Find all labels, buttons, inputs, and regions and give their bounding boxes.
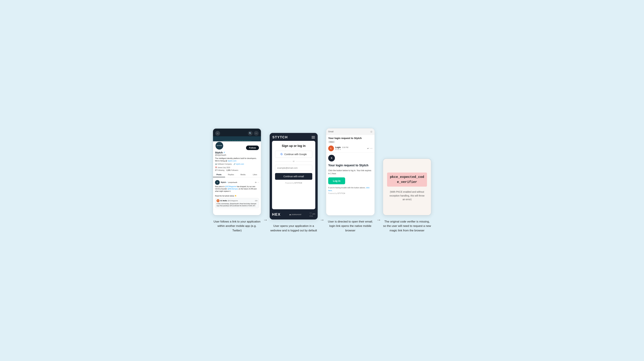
caption-4: The original code verifier is missing, s…	[383, 220, 431, 233]
card2-with-caption: STYTCH Sign up or log in G Continue with…	[269, 133, 318, 233]
email-inbox-badge: Inbox	[326, 140, 374, 144]
twitter-post-author: Stytch ✓ @stytchauth	[221, 182, 237, 183]
twitter-bio: The intelligent identity platform built …	[215, 157, 259, 162]
card1-with-caption: ← 🔍 ⋯ STYTCH Foll	[213, 128, 261, 233]
twitter-phone-frame: ← 🔍 ⋯ STYTCH Foll	[213, 128, 261, 216]
email-stytch-logo: S	[328, 155, 335, 162]
stytch-logo: STYTCH	[272, 135, 288, 139]
code-highlight-block: pkce_expected_code_verifier	[387, 172, 427, 186]
twitter-more-icon[interactable]: ⋯	[254, 131, 258, 136]
email-powered: Powered by STYTCH	[328, 192, 372, 194]
twitter-verified-icon: ✓	[224, 151, 225, 154]
twitter-avatar-row: STYTCH Follow	[215, 141, 259, 150]
card-unit-4: pkce_expected_code_verifier (With PKCE e…	[383, 158, 431, 233]
twitter-post-body: New piece in @SCMagazine has dropped, by…	[215, 186, 259, 197]
twitter-stats: 27 Following 2,281 Followers	[215, 169, 259, 171]
twitter-tabs: Posts Replies Media Likes	[213, 172, 261, 178]
tab-likes[interactable]: Likes	[249, 172, 261, 177]
tab-replies[interactable]: Replies	[225, 172, 237, 177]
arrow-1: →	[263, 217, 268, 223]
stytch-footer: HEX 🏍 boletomóvil ♡ LEGH E A	[270, 209, 318, 220]
email-body: S Your login request to Stytch Click the…	[326, 152, 374, 197]
card-unit-1: ← 🔍 ⋯ STYTCH Foll	[213, 128, 269, 233]
code-text: pkce_expected_code_verifier	[390, 174, 424, 184]
google-icon: G	[280, 153, 282, 156]
twitter-sub-avatar: SC	[216, 199, 220, 202]
email-to-label: to me ▾	[335, 148, 366, 150]
email-phone-frame: Gmail ☆ Your login request to Stytch Inb…	[326, 128, 375, 216]
twitter-bio-link[interactable]: stytch.com	[228, 160, 236, 162]
twitter-follow-button[interactable]: Follow	[246, 146, 259, 150]
twitter-action-icons: 🔍 ⋯	[248, 131, 258, 136]
twitter-sub-post: SC SC Media @SCMagazine 21h In this comm…	[215, 198, 259, 208]
twitter-back-button[interactable]: ←	[215, 131, 220, 136]
stytch-email-input[interactable]	[275, 165, 312, 171]
twitter-sub-name: SC Media	[220, 200, 227, 202]
twitter-following-stat: 27 Following	[215, 169, 224, 171]
twitter-read-more: Read the full article below 👇	[215, 195, 237, 197]
twitter-sub-body: In this commentary, @stytchauth's Reed M…	[216, 203, 258, 207]
twitter-sub-handle: @SCMagazine	[228, 200, 238, 202]
divider-line-left	[275, 161, 292, 162]
twitter-search-icon[interactable]: 🔍	[248, 131, 252, 136]
email-body-text: Click the button below to log in. Your l…	[328, 169, 372, 175]
caption-2: User opens your application in a webview…	[269, 224, 318, 233]
email-sender-name: Login 3:50 PM	[335, 146, 366, 148]
twitter-website-link[interactable]: stytch.com	[236, 163, 244, 165]
stytch-title: Sign up or log in	[275, 144, 312, 148]
twitter-avatar: STYTCH	[215, 141, 224, 150]
twitter-post-name: Stytch ✓ @stytchauth	[221, 182, 237, 183]
email-actions: ↩ ⋯	[367, 147, 372, 150]
twitter-website: 🔗 stytch.com	[234, 163, 244, 165]
twitter-post-more[interactable]: ···	[258, 182, 259, 183]
tab-media[interactable]: Media	[237, 172, 249, 177]
twitter-sub-time: 21h	[255, 200, 258, 202]
twitter-company: 🏢 Software Company	[215, 163, 232, 165]
twitter-post-avatar: S	[215, 180, 220, 185]
stytch-powered-by: Powered by STYTCH	[275, 182, 312, 184]
twitter-post-header: S Stytch ✓ @stytchauth 3h ···	[215, 180, 259, 185]
twitter-topbar: ← 🔍 ⋯	[213, 128, 261, 136]
card-unit-3: Gmail ☆ Your login request to Stytch Inb…	[326, 128, 383, 233]
email-meta-row: L Login 3:50 PM to me ▾ ↩	[326, 144, 374, 152]
email-login-button[interactable]: Log in	[328, 178, 345, 184]
email-topbar: Gmail ☆	[326, 128, 374, 135]
email-sender-info: Login 3:50 PM to me ▾	[335, 146, 366, 150]
tab-posts[interactable]: Posts	[213, 172, 225, 177]
stytch-footer-brand2: 🏍 boletomóvil	[289, 213, 301, 216]
stytch-login-body: Sign up or log in G Continue with Google…	[272, 141, 315, 209]
caption-1: User follows a link to your application …	[213, 220, 261, 233]
stytch-topbar: STYTCH	[270, 133, 318, 141]
email-body-title: Your login request to Stytch	[328, 164, 372, 167]
stytch-menu-icon[interactable]	[312, 136, 315, 138]
twitter-sub-header: SC SC Media @SCMagazine 21h	[216, 199, 258, 202]
code-subtext: (With PKCE enabled and without exception…	[388, 190, 426, 201]
stytch-phone-frame: STYTCH Sign up or log in G Continue with…	[269, 133, 318, 220]
card-unit-2: STYTCH Sign up or log in G Continue with…	[269, 133, 326, 233]
twitter-post: S Stytch ✓ @stytchauth 3h ··· New piece …	[213, 179, 261, 209]
email-reply-icon[interactable]: ↩	[367, 147, 369, 150]
arrow-2: →	[320, 217, 324, 223]
twitter-name-row: Stytch ✓	[215, 151, 259, 154]
avatar-label: STYTCH	[217, 145, 222, 146]
twitter-handle: @stytchauth	[215, 154, 259, 156]
twitter-meta: 🏢 Software Company 🔗 stytch.com 📅 Joined…	[215, 163, 259, 168]
email-topbar-title: Gmail	[328, 130, 334, 133]
card4-with-caption: pkce_expected_code_verifier (With PKCE e…	[383, 158, 431, 233]
divider-line-right	[296, 161, 312, 162]
email-sender-time: 3:50 PM	[342, 146, 348, 148]
email-subject: Your login request to Stytch	[326, 135, 374, 140]
google-btn-label: Continue with Google	[284, 153, 307, 156]
twitter-name: Stytch	[215, 151, 223, 154]
email-more-icon[interactable]: ⋯	[370, 147, 372, 150]
card3-with-caption: Gmail ☆ Your login request to Stytch Inb…	[326, 128, 375, 233]
stytch-google-button[interactable]: G Continue with Google	[275, 151, 312, 158]
stytch-email-button[interactable]: Continue with email	[275, 173, 312, 180]
divider-text: or	[293, 160, 295, 162]
code-phone-frame: pkce_expected_code_verifier (With PKCE e…	[383, 158, 431, 216]
twitter-profile-area: STYTCH Follow Stytch ✓ @stytchauth The i…	[213, 141, 261, 179]
stytch-footer-brand3: ♡ LEGH E A	[310, 212, 315, 217]
email-trouble: If you're having trouble with the button…	[328, 186, 372, 192]
twitter-followers-stat: 2,281 Followers	[226, 169, 238, 171]
email-topbar-star[interactable]: ☆	[370, 130, 372, 133]
